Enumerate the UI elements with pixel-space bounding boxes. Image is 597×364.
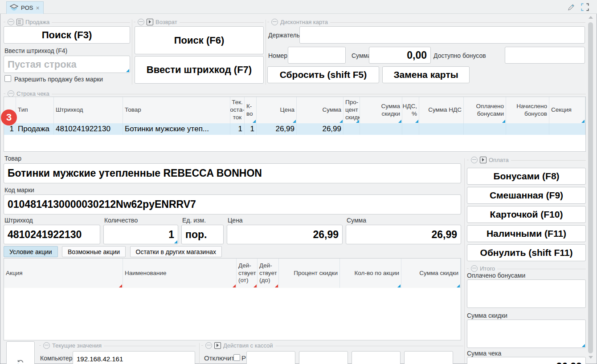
play-icon xyxy=(147,19,153,25)
group-rule xyxy=(497,269,586,269)
close-icon[interactable]: × xyxy=(36,5,39,11)
cell-barcode: 4810241922130 xyxy=(54,123,123,135)
tab-title: POS xyxy=(21,4,33,11)
mark-code-label: Код марки xyxy=(4,186,34,194)
allow-without-mark-checkbox[interactable] xyxy=(4,75,11,82)
cash-action-field-1[interactable] xyxy=(246,351,295,364)
column-header-accrued-bonus[interactable]: Начислено бонусов xyxy=(506,97,549,123)
column-header-discount-percent[interactable]: Про-цент скидк xyxy=(343,97,360,123)
cash-action-field-4[interactable] xyxy=(404,351,453,364)
card-number-input[interactable] xyxy=(288,47,346,64)
group-rule xyxy=(104,346,196,346)
quantity-input[interactable] xyxy=(103,225,178,244)
scroll-up-arrow[interactable] xyxy=(589,16,593,19)
collapse-icon[interactable] xyxy=(138,19,144,25)
collapse-icon[interactable] xyxy=(471,157,478,163)
mark-code-input[interactable] xyxy=(4,194,461,214)
current-values-group-header: Текущие значения xyxy=(39,342,196,349)
pay-mixed-button[interactable]: Смешанная (F9) xyxy=(467,187,586,204)
column-header-qty[interactable]: К-во xyxy=(245,97,257,123)
barcode-input[interactable] xyxy=(4,225,100,244)
section-divider xyxy=(464,158,465,363)
pay-bonus-button[interactable]: Бонусами (F8) xyxy=(467,168,586,185)
total-discount-field[interactable] xyxy=(467,320,586,348)
scrollbar-thumb[interactable] xyxy=(588,22,593,353)
sale-barcode-label: Ввести штрихкод (F4) xyxy=(4,47,67,54)
column-header-paid-bonus[interactable]: Оплачено бонусами xyxy=(464,97,506,123)
computer-input[interactable] xyxy=(73,351,195,364)
card-replace-button[interactable]: Замена карты xyxy=(382,66,470,83)
unit-label: Ед. изм. xyxy=(182,217,206,224)
receipt-sum-field[interactable]: 26,99 xyxy=(467,357,586,364)
sum-input[interactable] xyxy=(346,225,461,244)
price-input[interactable] xyxy=(227,225,343,244)
pay-cash-button[interactable]: Наличными (F11) xyxy=(467,225,586,242)
cash-actions-group-title: Действия с кассой xyxy=(223,342,273,349)
collapse-icon[interactable] xyxy=(8,19,14,25)
total-discount-label: Сумма скидки xyxy=(467,312,507,319)
promo-table-header: Акция Наименование Дей-ствует (от) Дей-с… xyxy=(4,259,461,288)
sale-search-button[interactable]: Поиск (F3) xyxy=(4,26,130,44)
column-header-vat[interactable]: НДС, % xyxy=(402,97,419,123)
tab-pos[interactable]: POS × xyxy=(6,1,44,14)
column-header-type[interactable]: Тип xyxy=(16,97,54,123)
edit-pencil-icon[interactable] xyxy=(567,3,576,12)
tab-possible-promos[interactable]: Возможные акции xyxy=(62,246,126,257)
unit-input[interactable] xyxy=(181,225,224,244)
group-tick xyxy=(467,160,469,160)
collapse-icon[interactable] xyxy=(471,265,478,272)
fullscreen-expand-icon[interactable] xyxy=(580,2,590,12)
tab-other-store-stock[interactable]: Остатки в других магазинах xyxy=(130,246,222,257)
receipt-line-group-header: Строка чека xyxy=(4,90,586,97)
return-barcode-button[interactable]: Ввести штрихкод (F7) xyxy=(135,56,264,84)
card-holder-input[interactable] xyxy=(299,26,585,44)
column-header-name[interactable]: Наименование xyxy=(123,259,237,288)
paid-bonus-field[interactable] xyxy=(467,279,586,308)
product-input[interactable] xyxy=(4,163,461,183)
column-header-discount-sum[interactable]: Сумма скидки xyxy=(360,97,402,123)
refresh-button[interactable] xyxy=(6,341,35,364)
group-tick xyxy=(4,22,5,22)
editable-corner-icon xyxy=(126,69,129,72)
disable-checkbox[interactable] xyxy=(233,354,240,361)
group-rule xyxy=(275,346,463,346)
column-header-discount-sum[interactable]: Сумма скидки xyxy=(401,259,461,288)
pay-reset-button[interactable]: Обнулить (shift F11) xyxy=(467,244,586,261)
tab-promo-conditions[interactable]: Условие акции xyxy=(4,246,58,257)
column-header-product[interactable]: Товар xyxy=(123,97,230,123)
available-bonus-input[interactable] xyxy=(505,47,585,64)
column-header-section[interactable]: Секция xyxy=(549,97,585,123)
column-header-valid-to[interactable]: Дей-ствует (до) xyxy=(258,259,279,288)
column-header-price[interactable]: Цена xyxy=(257,97,297,123)
column-header-discount-percent[interactable]: Процент скидки xyxy=(279,259,340,288)
barcode-label: Штрихкод xyxy=(4,217,33,224)
receipt-table: Тип Штрихкод Товар Тек. оста-ток К-во Це… xyxy=(4,97,586,152)
collapse-icon[interactable] xyxy=(8,90,14,97)
current-values-group-title: Текущие значения xyxy=(52,342,102,349)
column-header-sum[interactable]: Сумма xyxy=(297,97,343,123)
section-divider xyxy=(199,343,200,364)
totals-group-header: Итого xyxy=(467,265,586,272)
column-header-promo-qty[interactable]: Кол-во по акции xyxy=(340,259,401,288)
receipt-table-row[interactable]: 1 Продажа 4810241922130 Ботинки мужские … xyxy=(4,123,585,135)
sale-barcode-input[interactable] xyxy=(4,56,130,73)
pay-card-button[interactable]: Карточкой (F10) xyxy=(467,206,586,223)
cash-action-field-2[interactable] xyxy=(299,351,348,364)
column-header-promo[interactable]: Акция xyxy=(4,259,123,288)
cell-vat-sum xyxy=(419,123,464,135)
collapse-icon[interactable] xyxy=(43,342,50,349)
return-search-button[interactable]: Поиск (F6) xyxy=(135,26,264,54)
cash-action-field-3[interactable] xyxy=(352,351,401,364)
column-header-valid-from[interactable]: Дей-ствует (от) xyxy=(237,259,258,288)
column-header-barcode[interactable]: Штрихкод xyxy=(54,97,123,123)
card-amount-input[interactable] xyxy=(369,47,431,64)
scroll-down-arrow[interactable] xyxy=(589,356,593,359)
card-reset-button[interactable]: Сбросить (shift F5) xyxy=(267,66,379,83)
receipt-sum-label: Сумма чека xyxy=(467,350,501,357)
collapse-icon[interactable] xyxy=(271,19,278,25)
collapse-icon[interactable] xyxy=(205,342,212,349)
card-holder-label: Держатель xyxy=(268,32,300,39)
column-header-vat-sum[interactable]: Сумма НДС xyxy=(419,97,464,123)
price-label: Цена xyxy=(228,217,243,224)
column-header-stock[interactable]: Тек. оста-ток xyxy=(230,97,245,123)
